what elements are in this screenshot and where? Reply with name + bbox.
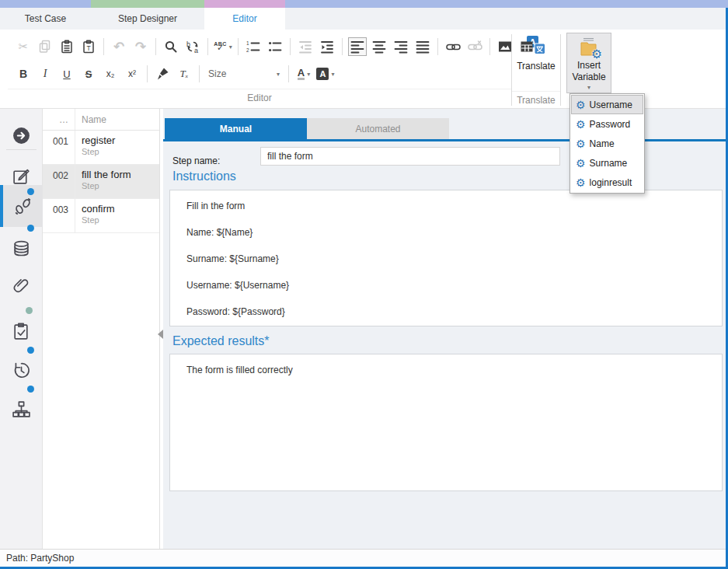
step-row-001[interactable]: 001 register Step xyxy=(43,131,159,165)
align-center-button[interactable] xyxy=(370,37,388,56)
history-icon xyxy=(12,361,31,380)
chevron-down-icon: ▾ xyxy=(229,44,232,51)
table-button[interactable] xyxy=(517,37,536,56)
step-type: Step xyxy=(82,181,159,190)
tab-manual[interactable]: Manual xyxy=(165,118,307,139)
variable-option-password[interactable]: ⚙ Password xyxy=(571,114,643,134)
left-sidebar xyxy=(0,109,43,549)
sidebar-item-steps[interactable] xyxy=(0,185,43,227)
arrow-circle-icon xyxy=(12,126,31,145)
remove-format-button[interactable]: Tₓ xyxy=(175,65,193,83)
step-row-002[interactable]: 002 fill the form Step xyxy=(43,165,159,199)
image-button[interactable] xyxy=(496,37,514,56)
badge-dot xyxy=(27,347,34,354)
step-name: fill the form xyxy=(82,169,159,180)
link-icon xyxy=(446,40,461,54)
toolbar-separator xyxy=(155,38,156,55)
status-bar: Path: PartyShop xyxy=(0,549,726,567)
chevron-down-icon: ▾ xyxy=(307,71,310,78)
toolbar-separator xyxy=(199,65,200,82)
paste-button[interactable] xyxy=(57,37,76,56)
tab-strip-right xyxy=(285,0,728,8)
variable-option-surname[interactable]: ⚙ Surname xyxy=(571,153,643,173)
sidebar-item-collapse[interactable] xyxy=(0,120,43,151)
bulleted-list-button[interactable] xyxy=(266,37,284,56)
step-name-input[interactable] xyxy=(260,147,560,166)
step-number: 003 xyxy=(43,199,75,232)
variable-option-username[interactable]: ⚙ Username xyxy=(571,95,643,114)
italic-button[interactable]: I xyxy=(36,65,54,83)
steps-list-panel: … Name 001 register Step 002 fill the fo… xyxy=(43,109,160,549)
variable-option-name[interactable]: ⚙ Name xyxy=(571,134,643,153)
format-painter-button[interactable] xyxy=(153,65,172,83)
instructions-line: Surname: ${Surname} xyxy=(186,253,705,264)
toolbar-separator xyxy=(147,65,148,82)
svg-text:a: a xyxy=(194,47,198,54)
align-left-button[interactable] xyxy=(348,37,367,56)
gear-icon: ⚙ xyxy=(576,119,586,130)
expected-results-heading: Expected results* xyxy=(172,334,270,348)
strikethrough-button[interactable]: S xyxy=(79,65,98,83)
undo-button: ↶ xyxy=(110,37,128,56)
tab-editor[interactable]: Editor xyxy=(204,8,285,30)
step-row-003[interactable]: 003 confirm Step xyxy=(43,199,159,233)
instructions-editor[interactable]: Fill in the form Name: ${Name} Surname: … xyxy=(169,190,723,326)
bold-button[interactable]: B xyxy=(14,65,33,83)
instructions-heading: Instructions xyxy=(172,169,236,183)
toolbar-separator xyxy=(342,38,343,55)
increase-indent-button[interactable] xyxy=(318,37,336,56)
spellcheck-icon: ABC✓ xyxy=(214,42,227,51)
toolbar-row-1: ✂ T ↶ ↷ ba ABC✓ ▾ 12 xyxy=(8,30,511,59)
insert-variable-button[interactable]: ⚙ Insert Variable ▾ xyxy=(566,33,611,93)
step-name-label: Step name: xyxy=(172,152,220,170)
instructions-line: Fill in the form xyxy=(186,201,705,211)
edit-icon xyxy=(12,166,31,186)
variable-option-loginresult[interactable]: ⚙ loginresult xyxy=(571,173,643,192)
background-color-button[interactable]: A ▾ xyxy=(316,65,335,83)
toolbar-separator xyxy=(489,38,490,55)
expected-results-editor[interactable]: The form is filled correctly xyxy=(169,354,723,491)
link-button[interactable] xyxy=(444,37,462,56)
sidebar-item-data[interactable] xyxy=(0,232,43,266)
chevron-down-icon: ▾ xyxy=(587,84,590,92)
unlink-button xyxy=(465,37,484,56)
variable-option-label: Surname xyxy=(590,158,628,169)
sidebar-item-checklist[interactable] xyxy=(0,314,43,348)
spellcheck-button[interactable]: ABC✓ ▾ xyxy=(214,37,232,56)
sidebar-item-attachments[interactable] xyxy=(0,269,43,303)
svg-text:1: 1 xyxy=(246,40,249,46)
superscript-button[interactable]: x² xyxy=(123,65,141,83)
badge-dot xyxy=(26,307,33,314)
toolbar-row-2: B I U S x₂ x² Tₓ Size ▾ A ▾ xyxy=(8,59,511,89)
step-number: 001 xyxy=(43,131,75,164)
numbered-list-button[interactable]: 12 xyxy=(244,37,263,56)
justify-button[interactable] xyxy=(413,37,432,56)
step-number: 002 xyxy=(43,165,75,198)
badge-dot xyxy=(27,225,34,232)
image-icon xyxy=(498,40,512,54)
sidebar-item-hierarchy[interactable] xyxy=(0,392,43,426)
variable-dropdown-menu: ⚙ Username ⚙ Password ⚙ Name ⚙ Surname ⚙… xyxy=(570,93,645,194)
decrease-indent-icon xyxy=(298,40,312,54)
instructions-line: Password: ${Password} xyxy=(186,306,705,317)
tab-automated[interactable]: Automated xyxy=(307,118,449,139)
text-color-button[interactable]: A ▾ xyxy=(294,65,313,83)
paste-text-button[interactable]: T xyxy=(79,37,98,56)
font-size-dropdown[interactable]: Size ▾ xyxy=(205,68,283,79)
collapse-panel-arrow[interactable] xyxy=(158,330,163,339)
increase-indent-icon xyxy=(320,40,334,54)
subscript-button[interactable]: x₂ xyxy=(101,65,120,83)
tab-step-designer[interactable]: Step Designer xyxy=(91,8,204,30)
tab-strip-editor xyxy=(204,0,285,8)
tab-test-case[interactable]: Test Case xyxy=(0,8,91,30)
undo-icon: ↶ xyxy=(113,39,124,55)
svg-text:T: T xyxy=(86,44,90,52)
replace-button[interactable]: ba xyxy=(183,37,202,56)
underline-button[interactable]: U xyxy=(57,65,76,83)
steps-header-icon-col: … xyxy=(43,109,75,130)
find-button[interactable] xyxy=(162,37,180,56)
align-right-button[interactable] xyxy=(392,37,410,56)
variable-option-label: Name xyxy=(590,138,615,149)
gear-icon: ⚙ xyxy=(591,48,602,61)
sidebar-item-history[interactable] xyxy=(0,353,43,387)
